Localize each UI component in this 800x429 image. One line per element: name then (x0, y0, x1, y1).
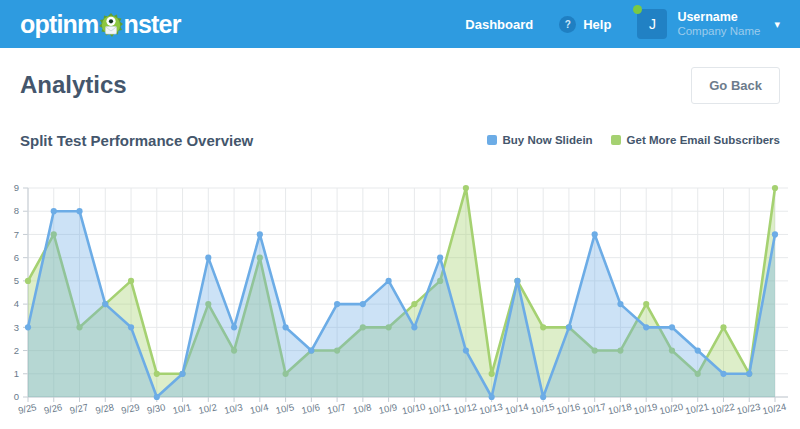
split-test-chart: 01234567899/259/269/279/289/299/3010/110… (0, 158, 800, 429)
question-mark-icon: ? (559, 16, 576, 33)
svg-text:9/25: 9/25 (17, 401, 37, 416)
user-menu[interactable]: J Username Company Name ▾ (637, 9, 780, 39)
page-header: Analytics Go Back (0, 48, 800, 122)
svg-text:9: 9 (14, 182, 19, 193)
logo-text-prefix: optinm (20, 10, 99, 39)
svg-text:10/14: 10/14 (504, 401, 530, 417)
svg-text:8: 8 (14, 205, 19, 216)
svg-text:10/13: 10/13 (478, 401, 504, 417)
svg-text:10/10: 10/10 (401, 401, 427, 417)
svg-text:10/7: 10/7 (326, 401, 346, 416)
area-chart-svg: 01234567899/259/269/279/289/299/3010/110… (0, 158, 800, 429)
svg-text:10/15: 10/15 (530, 401, 556, 417)
svg-text:9/26: 9/26 (43, 401, 63, 416)
svg-text:10/1: 10/1 (172, 401, 192, 416)
svg-text:10/16: 10/16 (555, 401, 581, 417)
svg-text:2: 2 (14, 345, 19, 356)
svg-text:10/19: 10/19 (633, 401, 659, 417)
svg-text:10/23: 10/23 (736, 401, 762, 417)
legend-label: Get More Email Subscribers (627, 134, 780, 146)
chart-legend: Buy Now Slidein Get More Email Subscribe… (487, 134, 780, 146)
svg-text:10/8: 10/8 (352, 401, 372, 416)
go-back-button[interactable]: Go Back (691, 67, 780, 104)
legend-item-get-more-email-subscribers: Get More Email Subscribers (611, 134, 780, 146)
svg-text:0: 0 (14, 391, 19, 402)
legend-label: Buy Now Slidein (503, 134, 593, 146)
legend-item-buy-now-slidein: Buy Now Slidein (487, 134, 593, 146)
svg-text:9/29: 9/29 (120, 401, 140, 416)
svg-text:10/12: 10/12 (452, 401, 478, 417)
svg-text:10/17: 10/17 (581, 401, 607, 417)
company-name-label: Company Name (677, 25, 760, 38)
svg-text:10/20: 10/20 (658, 401, 684, 417)
svg-text:10/2: 10/2 (197, 401, 217, 416)
svg-text:10/5: 10/5 (275, 401, 295, 416)
svg-text:9/28: 9/28 (94, 401, 114, 416)
svg-text:10/3: 10/3 (223, 401, 243, 416)
legend-swatch-blue (487, 135, 497, 145)
monster-mascot-icon (99, 13, 123, 37)
logo-text-suffix: nster (124, 10, 181, 39)
page-title: Analytics (20, 71, 127, 99)
chart-header-row: Split Test Performance Overview Buy Now … (0, 122, 800, 158)
svg-text:10/21: 10/21 (684, 401, 710, 417)
avatar: J (637, 9, 667, 39)
svg-text:9/27: 9/27 (69, 401, 89, 416)
legend-swatch-green (611, 135, 621, 145)
top-navbar: optinm nster Dashboard ? Help J (0, 0, 800, 48)
chart-title: Split Test Performance Overview (20, 132, 253, 149)
svg-text:10/18: 10/18 (607, 401, 633, 417)
svg-text:1: 1 (14, 368, 19, 379)
svg-text:10/22: 10/22 (710, 401, 736, 417)
svg-text:10/6: 10/6 (300, 401, 320, 416)
dashboard-link[interactable]: Dashboard (465, 17, 533, 32)
username-label: Username (677, 10, 760, 24)
help-link[interactable]: ? Help (559, 16, 611, 33)
chevron-down-icon: ▾ (774, 18, 780, 31)
svg-text:3: 3 (14, 322, 19, 333)
optinmonster-logo[interactable]: optinm nster (20, 10, 181, 39)
svg-text:9/30: 9/30 (146, 401, 166, 416)
svg-text:10/24: 10/24 (761, 401, 787, 417)
svg-text:6: 6 (14, 252, 19, 263)
help-label: Help (583, 17, 611, 32)
svg-text:10/4: 10/4 (249, 401, 269, 416)
svg-text:7: 7 (14, 229, 19, 240)
svg-text:10/9: 10/9 (378, 401, 398, 416)
svg-text:5: 5 (14, 275, 19, 286)
svg-text:10/11: 10/11 (427, 401, 452, 417)
svg-text:4: 4 (14, 298, 19, 309)
